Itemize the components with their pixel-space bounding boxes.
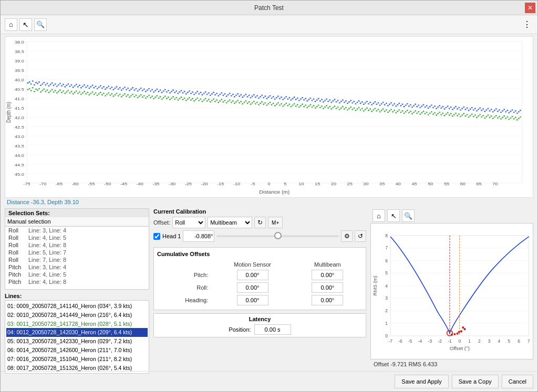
save-copy-button[interactable]: Save a Copy bbox=[452, 375, 499, 388]
svg-point-654 bbox=[487, 114, 489, 116]
list-item-selected[interactable]: 04: 0012_20050728_142030_Heron (209°, 6.… bbox=[6, 328, 148, 337]
list-item[interactable]: PitchLine: 4, Line: 5 bbox=[5, 271, 149, 278]
list-item[interactable]: PitchLine: 4, Line: 8 bbox=[5, 278, 149, 285]
svg-point-442 bbox=[145, 98, 147, 99]
list-item[interactable]: RollLine: 3, Line: 4 bbox=[5, 227, 149, 234]
home-button[interactable]: ⌂ bbox=[5, 18, 17, 31]
head-value-input[interactable] bbox=[183, 230, 214, 242]
svg-point-570 bbox=[351, 109, 353, 110]
svg-point-614 bbox=[422, 111, 424, 112]
svg-point-203 bbox=[253, 94, 255, 96]
svg-point-651 bbox=[482, 115, 484, 116]
svg-point-566 bbox=[345, 107, 347, 109]
svg-point-233 bbox=[302, 97, 303, 99]
list-item[interactable]: PitchLine: 3, Line: 4 bbox=[5, 263, 149, 271]
roll-multi-input[interactable] bbox=[312, 282, 343, 293]
save-apply-button[interactable]: Save and Apply bbox=[395, 375, 448, 388]
svg-point-375 bbox=[37, 89, 38, 91]
list-item[interactable]: RollLine: 7, Line: 8 bbox=[5, 256, 149, 263]
svg-point-252 bbox=[332, 100, 334, 102]
cursor-button[interactable]: ↖ bbox=[19, 18, 32, 31]
svg-point-595 bbox=[392, 111, 394, 113]
pitch-motion-input[interactable] bbox=[237, 270, 268, 280]
svg-point-511 bbox=[256, 102, 258, 103]
svg-point-492 bbox=[226, 102, 227, 104]
svg-point-376 bbox=[38, 88, 40, 90]
refresh-icon: ↻ bbox=[257, 219, 263, 226]
beam-type-select[interactable]: Multibeam Single Beam bbox=[208, 217, 252, 228]
reset-button[interactable]: ↺ bbox=[355, 230, 366, 242]
heading-motion-input[interactable] bbox=[237, 295, 268, 305]
svg-point-311 bbox=[428, 108, 429, 109]
svg-point-472 bbox=[193, 100, 195, 102]
svg-text:38.0: 38.0 bbox=[15, 40, 24, 45]
head-slider-track[interactable] bbox=[216, 235, 339, 237]
svg-point-316 bbox=[436, 108, 437, 109]
refresh-button[interactable]: ↻ bbox=[254, 217, 266, 228]
svg-point-159 bbox=[182, 92, 184, 94]
list-item[interactable]: 06: 0014_20050728_142600_Heron (211°, 7.… bbox=[6, 346, 148, 355]
svg-point-98 bbox=[84, 84, 85, 86]
more-options-button[interactable]: ⋮ bbox=[521, 18, 533, 31]
lines-section: Lines: 01: 0009_20050728_141140_Heron (0… bbox=[5, 293, 149, 374]
svg-text:-5: -5 bbox=[408, 338, 412, 344]
svg-point-650 bbox=[481, 116, 482, 118]
svg-text:Depth (m): Depth (m) bbox=[6, 102, 12, 123]
heading-multi-input[interactable] bbox=[312, 295, 343, 305]
svg-point-662 bbox=[500, 118, 502, 120]
list-item[interactable]: RollLine: 5, Line: 7 bbox=[5, 249, 149, 256]
svg-point-299 bbox=[408, 105, 410, 107]
list-item-green[interactable]: 03: 0011_20050728_141728_Heron (028°, 5.… bbox=[6, 320, 148, 329]
mplus-button[interactable]: M+ bbox=[268, 217, 283, 228]
position-latency-input[interactable] bbox=[254, 324, 291, 335]
rms-search-button[interactable]: 🔍 bbox=[402, 209, 415, 222]
close-button[interactable]: ✕ bbox=[525, 3, 535, 13]
list-item[interactable]: RollLine: 4, Line: 8 bbox=[5, 241, 149, 249]
svg-point-515 bbox=[263, 103, 264, 105]
svg-point-151 bbox=[169, 92, 171, 94]
svg-text:55: 55 bbox=[444, 182, 449, 186]
svg-point-125 bbox=[127, 88, 129, 89]
list-item[interactable]: RollLine: 4, Line: 5 bbox=[5, 234, 149, 241]
roll-motion-input[interactable] bbox=[237, 282, 268, 293]
list-item[interactable]: 02: 0010_20050728_141449_Heron (216°, 6.… bbox=[6, 311, 148, 320]
list-item[interactable]: 05: 0013_20050728_142330_Heron (029°, 7.… bbox=[6, 337, 148, 346]
svg-point-427 bbox=[121, 96, 122, 98]
gear-button[interactable]: ⚙ bbox=[341, 230, 353, 242]
svg-text:-40: -40 bbox=[136, 182, 143, 186]
svg-text:Distance (m): Distance (m) bbox=[259, 189, 289, 194]
svg-point-114 bbox=[109, 88, 111, 90]
svg-point-572 bbox=[355, 110, 356, 111]
svg-point-268 bbox=[358, 100, 360, 102]
svg-point-548 bbox=[316, 106, 318, 108]
svg-point-539 bbox=[302, 103, 303, 105]
pitch-multi-input[interactable] bbox=[312, 270, 343, 280]
svg-point-157 bbox=[179, 91, 180, 93]
rms-home-button[interactable]: ⌂ bbox=[373, 209, 385, 222]
svg-point-192 bbox=[235, 94, 237, 96]
svg-point-396 bbox=[70, 91, 72, 92]
svg-text:0: 0 bbox=[267, 182, 270, 186]
svg-point-97 bbox=[82, 86, 84, 87]
offset-type-select[interactable]: Roll Pitch Heading Position bbox=[172, 217, 205, 228]
svg-point-565 bbox=[344, 108, 345, 110]
cancel-button[interactable]: Cancel bbox=[502, 375, 533, 388]
lines-list[interactable]: 01: 0009_20050728_141140_Heron (034°, 3.… bbox=[5, 300, 149, 374]
lines-label: Lines: bbox=[5, 293, 149, 299]
svg-point-561 bbox=[337, 107, 339, 108]
svg-point-370 bbox=[29, 88, 30, 90]
svg-point-656 bbox=[491, 115, 492, 117]
search-button[interactable]: 🔍 bbox=[34, 18, 47, 31]
svg-point-161 bbox=[185, 93, 187, 95]
svg-point-580 bbox=[368, 110, 369, 111]
head-slider-thumb[interactable] bbox=[274, 232, 282, 239]
list-item[interactable]: 01: 0009_20050728_141140_Heron (034°, 3.… bbox=[6, 302, 148, 311]
selection-list[interactable]: RollLine: 3, Line: 4 RollLine: 4, Line: … bbox=[5, 226, 149, 289]
svg-point-139 bbox=[150, 90, 151, 92]
rms-cursor-button[interactable]: ↖ bbox=[387, 209, 400, 222]
svg-point-649 bbox=[479, 114, 481, 115]
head-checkbox[interactable] bbox=[153, 233, 160, 240]
svg-point-201 bbox=[250, 97, 252, 99]
svg-text:-5: -5 bbox=[251, 182, 255, 186]
list-item[interactable]: 07: 0016_20050728_151040_Heron (211°, 8.… bbox=[6, 355, 148, 364]
